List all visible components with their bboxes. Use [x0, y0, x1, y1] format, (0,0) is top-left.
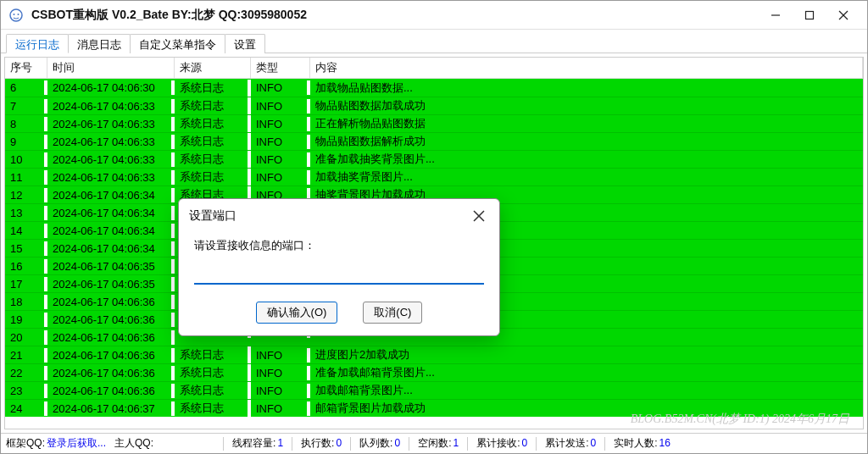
col-seq[interactable]: 序号 — [5, 58, 47, 78]
col-time[interactable]: 时间 — [47, 58, 175, 78]
log-cell-seq: 6 — [5, 80, 47, 95]
close-icon — [473, 210, 485, 222]
dialog-ok-button[interactable]: 确认输入(O) — [256, 302, 338, 324]
log-row[interactable]: 72024-06-17 04:06:33系统日志INFO物品贴图数据加载成功 — [5, 97, 863, 114]
log-cell-seq: 9 — [5, 135, 47, 149]
tab-3[interactable]: 设置 — [225, 34, 265, 53]
log-cell-src — [175, 336, 251, 338]
window-title: CSBOT重构版 V0.2_Bate BY:北梦 QQ:3095980052 — [31, 8, 759, 23]
log-cell-time: 2024-06-17 04:06:36 — [47, 384, 175, 398]
log-cell-seq: 12 — [5, 188, 47, 202]
log-row[interactable]: 92024-06-17 04:06:33系统日志INFO物品贴图数据解析成功 — [5, 132, 863, 150]
tab-0[interactable]: 运行日志 — [6, 34, 69, 53]
log-cell-src: 系统日志 — [175, 400, 251, 417]
dialog-close-button[interactable] — [469, 206, 489, 226]
log-cell-seq: 13 — [5, 206, 47, 220]
log-cell-seq: 24 — [5, 401, 47, 416]
log-cell-seq: 15 — [5, 241, 47, 256]
log-cell-type: INFO — [251, 117, 310, 131]
status-idle: 空闲数:1 — [418, 436, 459, 451]
log-cell-msg: 正在解析物品贴图数据 — [310, 115, 863, 132]
log-cell-type: INFO — [251, 401, 310, 416]
log-row[interactable]: 242024-06-17 04:06:37系统日志INFO邮箱背景图片加载成功 — [5, 399, 863, 417]
log-cell-seq: 18 — [5, 295, 47, 309]
status-queue: 队列数:0 — [359, 436, 400, 451]
log-cell-seq: 23 — [5, 384, 47, 398]
dialog-titlebar: 设置端口 — [179, 199, 499, 233]
log-cell-msg: 物品贴图数据加载成功 — [310, 97, 863, 114]
log-cell-type: INFO — [251, 348, 310, 363]
log-cell-time: 2024-06-17 04:06:36 — [47, 313, 175, 327]
log-cell-type: INFO — [251, 152, 310, 167]
log-row[interactable]: 102024-06-17 04:06:33系统日志INFO准备加载抽奖背景图片.… — [5, 150, 863, 168]
dialog-body: 请设置接收信息的端口： — [179, 233, 499, 293]
log-cell-time: 2024-06-17 04:06:36 — [47, 330, 175, 345]
svg-point-2 — [18, 14, 19, 15]
titlebar: CSBOT重构版 V0.2_Bate BY:北梦 QQ:3095980052 — [1, 1, 867, 30]
log-cell-msg: 物品贴图数据解析成功 — [310, 133, 863, 150]
dialog-buttons: 确认输入(O) 取消(C) — [179, 293, 499, 335]
log-cell-msg: 加载物品贴图数据... — [310, 80, 863, 97]
log-header-row: 序号 时间 来源 类型 内容 — [5, 58, 863, 79]
log-row[interactable]: 112024-06-17 04:06:33系统日志INFO加载抽奖背景图片... — [5, 168, 863, 185]
dialog-cancel-button[interactable]: 取消(C) — [363, 302, 422, 324]
minimize-button[interactable] — [759, 3, 793, 27]
log-cell-msg: 加载邮箱背景图片... — [310, 382, 863, 399]
log-cell-type: INFO — [251, 99, 310, 114]
log-cell-type: INFO — [251, 366, 310, 380]
close-button[interactable] — [826, 3, 860, 27]
log-row[interactable]: 222024-06-17 04:06:36系统日志INFO准备加载邮箱背景图片.… — [5, 363, 863, 381]
log-cell-time: 2024-06-17 04:06:33 — [47, 99, 175, 114]
log-cell-seq: 21 — [5, 348, 47, 363]
log-cell-seq: 10 — [5, 152, 47, 167]
port-dialog: 设置端口 请设置接收信息的端口： 确认输入(O) 取消(C) — [178, 198, 500, 336]
log-cell-time: 2024-06-17 04:06:34 — [47, 206, 175, 220]
port-input[interactable] — [194, 267, 484, 285]
log-row[interactable]: 212024-06-17 04:06:36系统日志INFO进度图片2加载成功 — [5, 346, 863, 363]
log-cell-type: INFO — [251, 135, 310, 149]
log-row[interactable]: 82024-06-17 04:06:33系统日志INFO正在解析物品贴图数据 — [5, 114, 863, 132]
log-cell-type: INFO — [251, 80, 310, 95]
status-realtime: 实时人数:16 — [614, 436, 670, 451]
maximize-button[interactable] — [793, 3, 826, 27]
log-cell-src: 系统日志 — [175, 151, 251, 168]
log-cell-time: 2024-06-17 04:06:33 — [47, 152, 175, 167]
status-recv: 累计接收:0 — [476, 436, 527, 451]
col-type[interactable]: 类型 — [251, 58, 310, 78]
log-cell-src: 系统日志 — [175, 97, 251, 114]
log-cell-type — [251, 336, 310, 338]
status-send: 累计发送:0 — [545, 436, 596, 451]
log-cell-src: 系统日志 — [175, 133, 251, 150]
dialog-title: 设置端口 — [189, 208, 469, 224]
status-threadcap: 线程容量:1 — [232, 436, 283, 451]
log-cell-time: 2024-06-17 04:06:34 — [47, 241, 175, 256]
log-cell-src: 系统日志 — [175, 364, 251, 381]
log-cell-time: 2024-06-17 04:06:36 — [47, 295, 175, 309]
svg-point-0 — [10, 9, 22, 21]
log-cell-seq: 14 — [5, 224, 47, 238]
log-cell-msg: 加载抽奖背景图片... — [310, 169, 863, 185]
col-source[interactable]: 来源 — [175, 58, 251, 78]
log-cell-time: 2024-06-17 04:06:35 — [47, 259, 175, 274]
log-cell-type: INFO — [251, 170, 310, 185]
status-frameqq: 框架QQ:登录后获取... — [6, 436, 106, 451]
tab-1[interactable]: 消息日志 — [68, 34, 131, 53]
log-row[interactable]: 232024-06-17 04:06:36系统日志INFO加载邮箱背景图片... — [5, 381, 863, 399]
log-cell-msg — [310, 336, 863, 338]
log-cell-time: 2024-06-17 04:06:30 — [47, 80, 175, 95]
tab-2[interactable]: 自定义菜单指令 — [130, 34, 225, 53]
log-cell-src: 系统日志 — [175, 169, 251, 185]
status-mainqq: 主人QQ: — [114, 436, 155, 451]
log-cell-time: 2024-06-17 04:06:37 — [47, 401, 175, 416]
log-cell-time: 2024-06-17 04:06:33 — [47, 135, 175, 149]
app-icon — [8, 7, 25, 24]
log-cell-seq: 11 — [5, 170, 47, 185]
log-cell-time: 2024-06-17 04:06:33 — [47, 170, 175, 185]
log-cell-src: 系统日志 — [175, 115, 251, 132]
svg-rect-4 — [806, 11, 814, 19]
log-cell-msg: 进度图片2加载成功 — [310, 346, 863, 363]
log-row[interactable]: 62024-06-17 04:06:30系统日志INFO加载物品贴图数据... — [5, 79, 863, 97]
col-message[interactable]: 内容 — [310, 58, 863, 78]
log-cell-src: 系统日志 — [175, 382, 251, 399]
svg-point-1 — [14, 14, 15, 15]
